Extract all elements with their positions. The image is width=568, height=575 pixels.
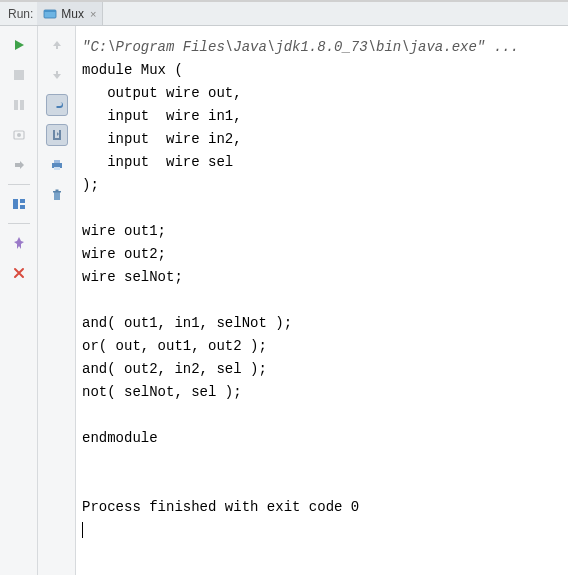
output-line: wire selNot; (82, 269, 183, 285)
output-line: ); (82, 177, 99, 193)
text-cursor (82, 522, 83, 538)
close-icon[interactable]: × (90, 8, 96, 20)
pause-button[interactable] (8, 94, 30, 116)
soft-wrap-button[interactable] (46, 94, 68, 116)
tab-label: Mux (61, 7, 84, 21)
svg-rect-9 (20, 199, 25, 203)
scroll-to-end-button[interactable] (46, 124, 68, 146)
output-line: wire out2; (82, 246, 166, 262)
down-arrow-icon[interactable] (46, 64, 68, 86)
svg-rect-11 (56, 45, 58, 49)
run-panel-header: Run: Mux × (0, 2, 568, 26)
output-line: wire out1; (82, 223, 166, 239)
run-panel-body: "C:\Program Files\Java\jdk1.8.0_73\bin\j… (0, 26, 568, 575)
svg-rect-3 (14, 70, 24, 80)
svg-rect-12 (56, 71, 58, 75)
svg-rect-16 (53, 191, 61, 193)
run-tab-mux[interactable]: Mux × (37, 2, 103, 25)
output-line: output wire out, (82, 85, 242, 101)
svg-rect-14 (54, 160, 60, 163)
layout-button[interactable] (8, 193, 30, 215)
console-output[interactable]: "C:\Program Files\Java\jdk1.8.0_73\bin\j… (76, 26, 568, 575)
svg-rect-15 (54, 167, 60, 170)
dump-threads-button[interactable] (8, 124, 30, 146)
svg-point-7 (17, 133, 21, 137)
output-line: and( out2, in2, sel ); (82, 361, 267, 377)
clear-all-button[interactable] (46, 184, 68, 206)
run-controls-gutter (0, 26, 38, 575)
svg-rect-1 (44, 10, 56, 12)
output-line: input wire in1, (82, 108, 242, 124)
close-panel-button[interactable] (8, 262, 30, 284)
application-icon (43, 7, 57, 21)
svg-rect-8 (13, 199, 18, 209)
print-button[interactable] (46, 154, 68, 176)
command-line: "C:\Program Files\Java\jdk1.8.0_73\bin\j… (82, 39, 519, 55)
output-line: module Mux ( (82, 62, 183, 78)
rerun-button[interactable] (8, 34, 30, 56)
pin-button[interactable] (8, 232, 30, 254)
svg-rect-5 (20, 100, 24, 110)
exit-message: Process finished with exit code 0 (82, 499, 359, 515)
svg-rect-10 (20, 205, 25, 209)
separator (8, 184, 30, 185)
output-line: and( out1, in1, selNot ); (82, 315, 292, 331)
separator (8, 223, 30, 224)
output-line: or( out, out1, out2 ); (82, 338, 267, 354)
svg-rect-17 (55, 190, 58, 192)
console-tools-gutter (38, 26, 76, 575)
output-line: not( selNot, sel ); (82, 384, 242, 400)
svg-rect-4 (14, 100, 18, 110)
output-line: input wire sel (82, 154, 233, 170)
svg-marker-2 (15, 40, 24, 50)
up-arrow-icon[interactable] (46, 34, 68, 56)
output-line: input wire in2, (82, 131, 242, 147)
output-line: endmodule (82, 430, 158, 446)
exit-button[interactable] (8, 154, 30, 176)
run-label: Run: (4, 7, 37, 21)
stop-button[interactable] (8, 64, 30, 86)
